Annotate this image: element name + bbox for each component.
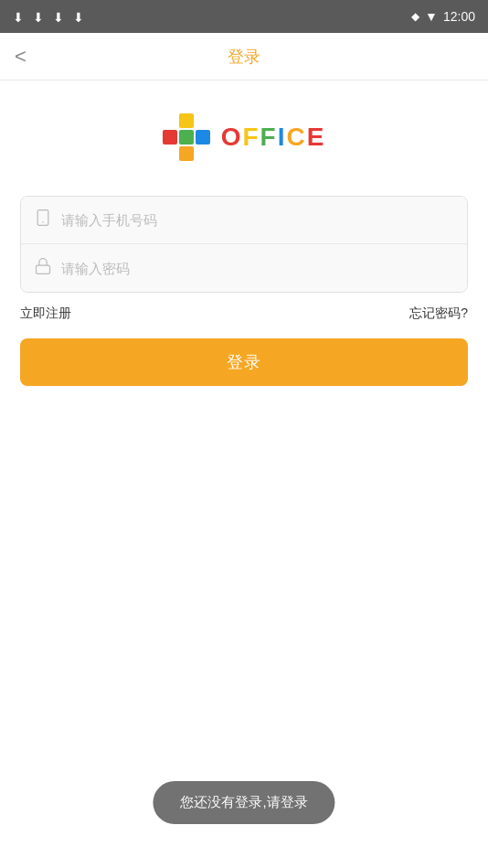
status-icons-left: ⬇ ⬇ ⬇ ⬇ <box>13 10 86 23</box>
download-icon-3: ⬇ <box>53 10 66 23</box>
logo-cell-8 <box>179 146 194 161</box>
links-row: 立即注册 忘记密码? <box>20 305 468 322</box>
password-input-row <box>21 244 467 292</box>
main-content: OFFICE 立即注册 忘记密 <box>0 80 488 386</box>
app-logo-icon <box>163 113 210 161</box>
phone-icon <box>34 209 52 231</box>
logo-cell-3 <box>196 113 210 128</box>
status-bar: ⬇ ⬇ ⬇ ⬇ ◆ ▼ 12:00 <box>0 0 488 33</box>
lock-icon <box>34 257 52 280</box>
svg-rect-2 <box>37 265 50 273</box>
download-icon-4: ⬇ <box>73 10 86 23</box>
forgot-password-link[interactable]: 忘记密码? <box>409 305 468 322</box>
status-icons-right: ◆ ▼ 12:00 <box>411 9 475 24</box>
download-icon-1: ⬇ <box>13 10 26 23</box>
input-group <box>20 196 468 293</box>
back-button[interactable]: < <box>15 47 27 67</box>
register-link[interactable]: 立即注册 <box>20 305 71 322</box>
location-icon: ◆ <box>411 10 419 23</box>
logo-cell-9 <box>196 146 210 161</box>
logo-text: OFFICE <box>221 123 326 152</box>
page-title: 登录 <box>228 46 260 68</box>
bottom-toast: 您还没有登录,请登录 <box>153 781 334 824</box>
logo-area: OFFICE <box>20 80 468 196</box>
logo-cell-6 <box>196 130 210 145</box>
logo-cell-4 <box>163 130 177 145</box>
password-input[interactable] <box>61 261 454 276</box>
logo-cell-2 <box>179 113 194 128</box>
logo-cell-1 <box>163 113 177 128</box>
phone-input[interactable] <box>61 212 454 228</box>
phone-input-row <box>21 197 467 244</box>
nav-bar: < 登录 <box>0 33 488 80</box>
status-time: 12:00 <box>443 9 475 24</box>
login-button[interactable]: 登录 <box>20 338 468 386</box>
logo-cell-5 <box>179 130 194 145</box>
wifi-icon: ▼ <box>425 9 438 24</box>
logo-cell-7 <box>163 146 177 161</box>
download-icon-2: ⬇ <box>33 10 46 23</box>
